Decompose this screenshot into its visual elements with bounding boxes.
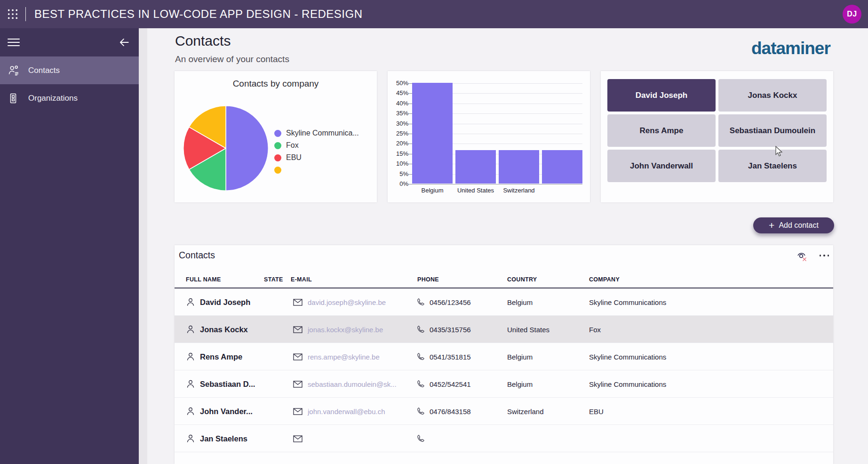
contacts-icon (8, 64, 22, 77)
col-company: COMPANY (589, 276, 620, 283)
cell-phone: 0541/351815 (430, 343, 471, 370)
add-contact-label: Add contact (779, 221, 819, 230)
waffle-icon (7, 8, 18, 20)
person-icon (186, 343, 195, 370)
sidebar-nav: ContactsOrganizations (0, 56, 139, 112)
phone-icon (416, 288, 425, 316)
cell-country: United States (507, 316, 549, 343)
cell-company: Skyline Communications (589, 343, 666, 370)
y-tick-label: 35% (390, 110, 408, 117)
axis-tick (408, 93, 412, 94)
contact-button-sebastiaan-dumoulein[interactable]: Sebastiaan Dumoulein (718, 114, 827, 147)
mail-icon (293, 398, 303, 425)
content-gutter (139, 28, 147, 464)
y-tick-label: 40% (390, 100, 408, 107)
cell-company: Skyline Communications (589, 288, 666, 316)
mail-icon (293, 343, 303, 370)
mail-icon (293, 288, 303, 316)
axis-tick (408, 113, 412, 114)
person-icon (186, 425, 195, 452)
cell-full-name: Jonas Kockx (200, 316, 248, 343)
cell-full-name: Sebastiaan D... (200, 370, 255, 398)
gridline (412, 184, 582, 184)
table-row[interactable]: John Vander...john.vanderwall@ebu.ch0476… (175, 398, 833, 425)
table-row[interactable]: Jan Staelens (175, 425, 833, 452)
phone-icon (416, 343, 425, 370)
clear-view-icon[interactable] (795, 249, 809, 265)
x-tick-label: United States (455, 187, 496, 194)
bar-chart-card: 0%5%10%15%20%25%30%35%40%45%50%BelgiumUn… (388, 71, 590, 202)
cell-email: john.vanderwall@ebu.ch (308, 398, 385, 425)
legend-dot (274, 130, 281, 137)
sidebar-item-contacts[interactable]: Contacts (0, 56, 139, 84)
pie-chart-card: Contacts by company Skyline Communica...… (175, 71, 377, 202)
axis-tick (408, 154, 412, 154)
legend-item: Fox (274, 139, 359, 152)
collapse-sidebar-icon[interactable] (118, 36, 130, 48)
y-tick-label: 20% (390, 140, 408, 147)
legend-label: Fox (286, 141, 299, 150)
cell-country: Belgium (507, 343, 533, 370)
y-tick-label: 10% (390, 160, 408, 167)
app-launcher-icon[interactable] (0, 0, 25, 28)
y-tick-label: 0% (390, 180, 408, 187)
axis-tick (408, 164, 412, 164)
col-country: COUNTRY (507, 276, 537, 283)
dataminer-logo: dataminer (751, 39, 830, 58)
page-subtitle: An overview of your contacts (175, 54, 289, 64)
cell-email: jonas.kockx@skyline.be (308, 316, 383, 343)
pie-chart (181, 104, 271, 193)
table-row[interactable]: Jonas Kockxjonas.kockx@skyline.be0435/31… (175, 316, 833, 343)
add-contact-button[interactable]: + Add contact (753, 217, 834, 233)
sidebar-item-organizations[interactable]: Organizations (0, 84, 139, 112)
axis-tick (408, 124, 412, 124)
legend-item (274, 164, 359, 176)
user-avatar[interactable]: DJ (843, 5, 861, 24)
person-icon (186, 370, 195, 398)
person-icon (186, 398, 195, 425)
cell-phone: 0452/542541 (430, 370, 471, 398)
cell-full-name: Rens Ampe (200, 343, 242, 370)
legend-dot (274, 142, 281, 149)
cell-company: Skyline Communications (589, 370, 666, 398)
sidebar: ContactsOrganizations (0, 28, 139, 464)
phone-icon (416, 398, 425, 425)
axis-tick (408, 104, 412, 104)
contact-button-jonas-kockx[interactable]: Jonas Kockx (718, 79, 827, 112)
contact-button-john-vanderwall[interactable]: John Vanderwall (607, 150, 716, 182)
contact-button-rens-ampe[interactable]: Rens Ampe (607, 114, 716, 147)
table-row[interactable]: Rens Amperens.ampe@skyline.be0541/351815… (175, 343, 833, 370)
person-icon (186, 288, 195, 316)
hamburger-menu-icon[interactable] (8, 36, 20, 48)
bar-United States (455, 150, 496, 184)
bar-blank (542, 150, 582, 184)
cell-email: rens.ampe@skyline.be (308, 343, 380, 370)
contact-button-grid: David JosephJonas KockxRens AmpeSebastia… (607, 79, 827, 182)
y-tick-label: 15% (390, 150, 408, 157)
more-options-icon[interactable] (818, 251, 830, 260)
phone-icon (416, 316, 425, 343)
sidebar-item-label: Contacts (28, 66, 60, 75)
contact-button-david-joseph[interactable]: David Joseph (607, 79, 716, 112)
legend-item: Skyline Communica... (274, 127, 359, 139)
y-tick-label: 50% (390, 80, 408, 87)
x-tick-label: Switzerland (499, 187, 539, 194)
contacts-table-card: Contacts FULL NAME STATE E-MAIL PHONE CO… (175, 245, 833, 464)
contact-button-jan-staelens[interactable]: Jan Staelens (718, 150, 827, 182)
cell-country: Belgium (507, 288, 533, 316)
col-phone: PHONE (417, 276, 439, 283)
pie-legend: Skyline Communica...FoxEBU (274, 127, 359, 176)
topbar-divider (25, 7, 26, 21)
cell-phone: 0476/843158 (430, 398, 471, 425)
cell-country: Switzerland (507, 398, 544, 425)
bar-Switzerland (499, 150, 539, 184)
table-header: FULL NAME STATE E-MAIL PHONE COUNTRY COM… (175, 272, 833, 288)
table-row[interactable]: Sebastiaan D...sebastiaan.dumoulein@sk..… (175, 370, 833, 398)
table-row[interactable]: David Josephdavid.joseph@skyline.be0456/… (175, 288, 833, 316)
cell-company: EBU (589, 398, 604, 425)
axis-tick (408, 134, 412, 134)
phone-icon (416, 425, 425, 452)
mail-icon (293, 425, 303, 452)
col-full-name: FULL NAME (186, 276, 221, 283)
y-tick-label: 30% (390, 120, 408, 127)
